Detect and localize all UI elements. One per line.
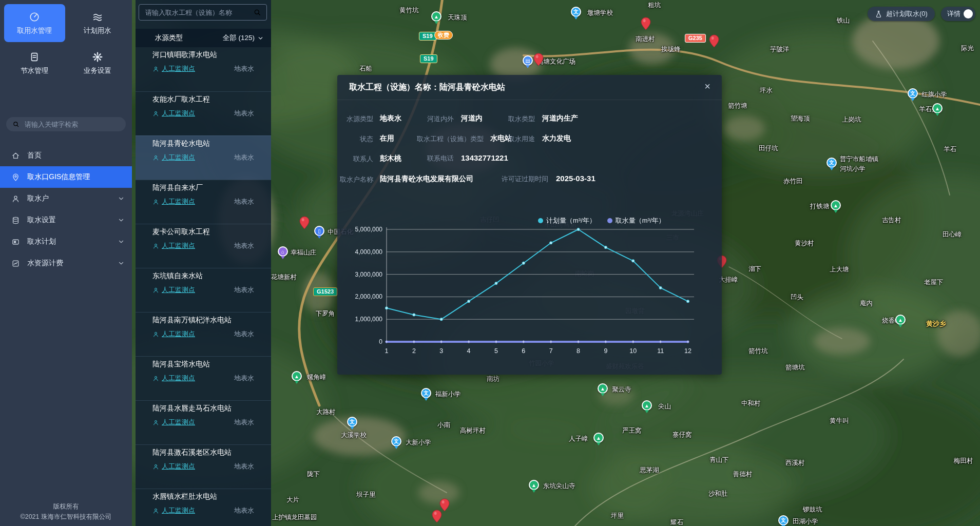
map-place-label: 沙和肚 xyxy=(708,490,728,498)
temple-poi-icon: ▲ xyxy=(598,383,608,394)
field-value: 13432771221 xyxy=(461,153,508,162)
sidebar-item-0[interactable]: 首页 xyxy=(0,145,132,166)
map-place-label: 耀石 xyxy=(670,518,683,526)
sidebar-search[interactable] xyxy=(6,117,126,131)
manual-monitor-link[interactable]: 人工监测点 xyxy=(152,462,195,471)
station-list-item[interactable]: 陆河县南万镇杞洋水电站人工监测点地表水 xyxy=(136,312,271,356)
over-plan-button[interactable]: 超计划取水(0) xyxy=(868,7,935,21)
module-tile-1[interactable]: 计划用水 xyxy=(67,4,128,42)
close-icon[interactable]: × xyxy=(704,81,710,91)
red-pin-marker[interactable] xyxy=(641,17,651,32)
water-source-type: 地表水 xyxy=(234,506,254,515)
map-place-label: 坝子里 xyxy=(356,491,376,499)
station-list-item[interactable]: 水唇镇水栏肚水电站人工监测点地表水 xyxy=(136,489,271,526)
field-label: 联系电话 xyxy=(341,154,454,163)
sidebar-menu: 首页取水口GIS信息管理取水户取水设置取水计划水资源计费 xyxy=(0,145,132,274)
water-source-type: 地表水 xyxy=(234,462,254,471)
map-place-label: 红旗小学 xyxy=(921,90,947,99)
manual-monitor-link[interactable]: 人工监测点 xyxy=(152,329,195,339)
filter-value: 全部 (125) xyxy=(223,33,255,43)
map-place-label: 望海顶 xyxy=(791,114,810,123)
road-badge: S19 xyxy=(420,54,437,63)
station-list-item[interactable]: 麦卡公司取水工程人工监测点地表水 xyxy=(136,224,271,268)
map-place-label: 田仔坑 xyxy=(759,144,778,153)
manual-monitor-link[interactable]: 人工监测点 xyxy=(152,153,195,162)
map-place-label: 大路村 xyxy=(316,408,336,417)
manual-monitor-link[interactable]: 人工监测点 xyxy=(152,64,195,73)
school-poi-icon: 文 xyxy=(778,515,789,525)
map-place-label: 芋陂洋 xyxy=(770,45,790,54)
map-place-label: 普宁市船埔镇 xyxy=(840,155,878,164)
map-place-label: 挨垅蜂 xyxy=(661,45,681,54)
field-label: 许可证过期时间 xyxy=(435,174,548,184)
map-place-label: 小南 xyxy=(437,421,450,430)
water-source-type: 地表水 xyxy=(234,109,254,118)
water-source-filter-row: 水源类型 全部 (125) xyxy=(136,29,271,47)
manual-monitor-link[interactable]: 人工监测点 xyxy=(152,374,195,383)
school-poi-icon: 文 xyxy=(908,88,918,99)
red-pin-marker[interactable] xyxy=(533,53,544,68)
doc-icon xyxy=(29,51,40,63)
module-tile-3[interactable]: 业务设置 xyxy=(67,44,128,82)
station-name: 水唇镇水栏肚水电站 xyxy=(152,492,217,501)
person-icon xyxy=(152,199,159,205)
manual-monitor-link[interactable]: 人工监测点 xyxy=(152,506,195,515)
sidebar-search-input[interactable] xyxy=(24,120,120,129)
map-place-label: 箭竹塘 xyxy=(728,102,747,110)
svg-text:6: 6 xyxy=(522,347,525,355)
sidebar-item-4[interactable]: 取水计划 xyxy=(0,231,132,252)
sidebar-item-1[interactable]: 取水口GIS信息管理 xyxy=(0,166,132,188)
chart-svg: 01,000,0002,000,0003,000,0004,000,0005,0… xyxy=(348,222,712,361)
station-name: 麦卡公司取水工程 xyxy=(152,227,210,237)
station-list-item[interactable]: 陆河县水唇走马石水电站人工监测点地表水 xyxy=(136,400,271,444)
map-place-label: 上护镇龙田墓园 xyxy=(272,513,317,522)
map-place-label: 石船 xyxy=(359,65,372,73)
svg-text:3,000,000: 3,000,000 xyxy=(355,271,383,278)
station-list: 河口镇唱歌潭水电站人工监测点地表水友能水厂取水工程人工监测点地表水陆河县青砼水电… xyxy=(136,47,271,526)
detail-toggle[interactable]: 详情 xyxy=(941,7,975,21)
red-pin-marker[interactable] xyxy=(432,510,442,525)
station-list-item[interactable]: 陆河县激石溪老区水电站人工监测点地表水 xyxy=(136,444,271,489)
manual-monitor-link[interactable]: 人工监测点 xyxy=(152,285,195,295)
red-pin-marker[interactable] xyxy=(299,216,310,231)
module-label: 计划用水 xyxy=(84,26,111,35)
station-list-item[interactable]: 河口镇唱歌潭水电站人工监测点地表水 xyxy=(136,47,271,91)
manual-monitor-link[interactable]: 人工监测点 xyxy=(152,418,195,427)
field-label: 取水类型 xyxy=(422,114,535,124)
module-label: 取用水管理 xyxy=(17,26,52,35)
filter-dropdown[interactable]: 全部 (125) xyxy=(223,33,264,43)
person-icon xyxy=(152,287,159,294)
divider xyxy=(337,100,722,100)
map-place-label: 田心嶂 xyxy=(943,230,962,239)
waves-icon xyxy=(92,11,103,23)
person-icon xyxy=(152,110,159,117)
station-list-item[interactable]: 陆河县宝塔水电站人工监测点地表水 xyxy=(136,356,271,400)
red-pin-marker[interactable] xyxy=(709,34,719,50)
person-icon xyxy=(152,66,159,72)
sidebar-item-label: 取水计划 xyxy=(27,237,56,246)
copyright-line1: 版权所有 xyxy=(0,501,132,512)
road-badge: G1523 xyxy=(313,287,337,296)
water-source-type: 地表水 xyxy=(234,329,254,339)
station-search[interactable] xyxy=(139,4,267,21)
station-list-item[interactable]: 陆河县自来水厂人工监测点地表水 xyxy=(136,180,271,224)
station-list-item[interactable]: 友能水厂取水工程人工监测点地表水 xyxy=(136,91,271,135)
chevron-down-icon xyxy=(118,238,125,245)
svg-text:4: 4 xyxy=(467,347,471,355)
manual-monitor-link[interactable]: 人工监测点 xyxy=(152,197,195,206)
mountain-poi-icon: ▲ xyxy=(431,11,441,22)
module-switcher: 取用水管理计划用水节水管理业务设置 xyxy=(0,0,132,87)
sidebar-item-2[interactable]: 取水户 xyxy=(0,188,132,209)
station-list-item[interactable]: 东坑镇自来水站人工监测点地表水 xyxy=(136,268,271,312)
manual-monitor-link[interactable]: 人工监测点 xyxy=(152,241,195,250)
flask-icon xyxy=(875,10,882,18)
module-tile-2[interactable]: 节水管理 xyxy=(4,44,65,82)
sidebar-item-5[interactable]: 水资源计费 xyxy=(0,252,132,274)
manual-monitor-link[interactable]: 人工监测点 xyxy=(152,109,195,118)
sidebar-item-label: 首页 xyxy=(27,151,42,160)
station-search-input[interactable] xyxy=(144,8,253,17)
module-tile-0[interactable]: 取用水管理 xyxy=(4,4,65,42)
search-icon xyxy=(253,8,261,16)
station-list-item[interactable]: 陆河县青砼水电站人工监测点地表水 xyxy=(136,135,271,180)
sidebar-item-3[interactable]: 取水设置 xyxy=(0,209,132,231)
